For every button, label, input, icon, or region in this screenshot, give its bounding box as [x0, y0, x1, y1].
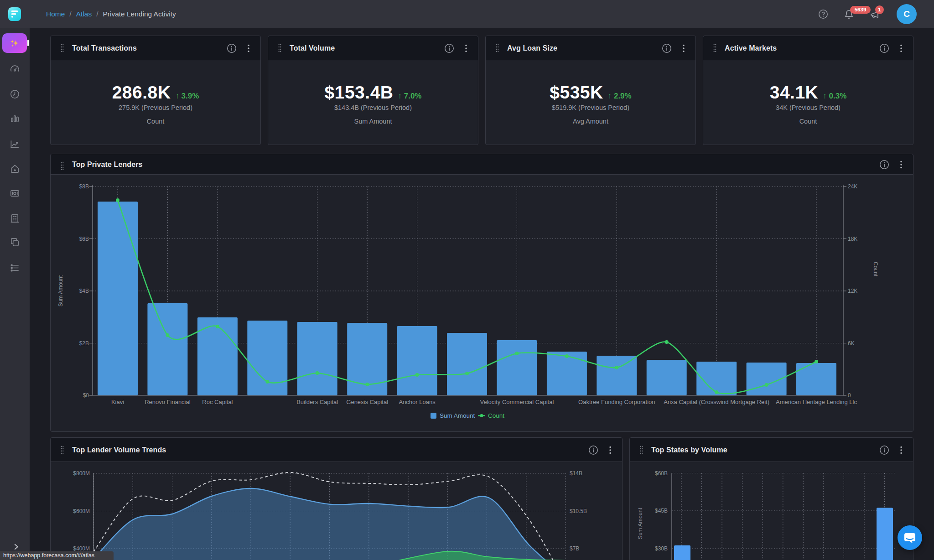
svg-text:Sum Amount: Sum Amount — [637, 508, 643, 539]
svg-text:$6B: $6B — [79, 236, 89, 242]
svg-text:6K: 6K — [848, 340, 855, 347]
svg-text:Count: Count — [872, 262, 879, 277]
svg-text:$400M: $400M — [73, 545, 90, 552]
svg-text:Builders Capital: Builders Capital — [296, 399, 338, 405]
svg-text:Genesis Capital: Genesis Capital — [346, 399, 388, 405]
svg-text:$45B: $45B — [655, 508, 668, 514]
svg-text:$2B: $2B — [79, 340, 89, 347]
svg-text:12K: 12K — [848, 288, 857, 294]
svg-text:$600M: $600M — [73, 508, 90, 514]
svg-text:$60B: $60B — [655, 470, 668, 477]
svg-text:Renovo Financial: Renovo Financial — [145, 399, 191, 405]
svg-text:18K: 18K — [848, 236, 857, 242]
svg-text:$8B: $8B — [79, 183, 89, 190]
svg-text:Sum Amount: Sum Amount — [440, 412, 475, 419]
svg-text:24K: 24K — [848, 183, 857, 190]
svg-text:Sum Amount: Sum Amount — [57, 275, 64, 306]
svg-text:Kiavi: Kiavi — [111, 399, 124, 405]
svg-text:$10.5B: $10.5B — [570, 508, 587, 514]
svg-text:Oaktree Funding Corporation: Oaktree Funding Corporation — [578, 399, 655, 405]
svg-text:Count: Count — [488, 412, 504, 419]
svg-text:American Heritage Lending Llc: American Heritage Lending Llc — [776, 399, 857, 405]
svg-text:Velocity Commercial Capital: Velocity Commercial Capital — [480, 399, 554, 405]
svg-text:Roc Capital: Roc Capital — [202, 399, 233, 405]
svg-text:0: 0 — [848, 392, 851, 399]
svg-text:Arixa Capital (Crosswind Mortg: Arixa Capital (Crosswind Mortgage Reit) — [664, 399, 769, 405]
svg-text:$4B: $4B — [79, 288, 89, 294]
svg-text:$0: $0 — [83, 392, 89, 399]
svg-text:$7B: $7B — [570, 545, 579, 552]
svg-text:$800M: $800M — [73, 470, 90, 477]
svg-text:$14B: $14B — [570, 470, 582, 477]
svg-text:$30B: $30B — [655, 545, 668, 552]
svg-text:Anchor Loans: Anchor Loans — [399, 399, 436, 405]
